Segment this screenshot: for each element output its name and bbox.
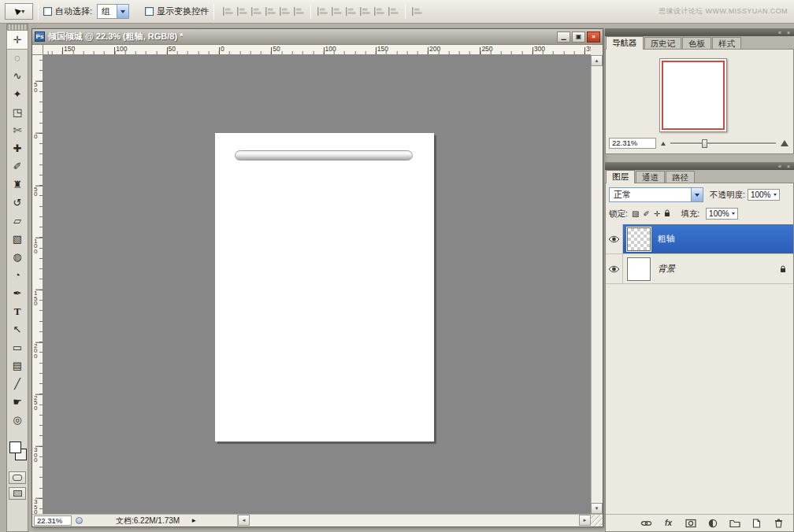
foreground-color-swatch[interactable] xyxy=(9,441,21,453)
layer-thumbnail[interactable] xyxy=(627,257,651,281)
lock-position-icon[interactable]: ✛ xyxy=(654,210,660,218)
distribute-bottom-edges-icon[interactable] xyxy=(345,6,357,17)
status-menu-arrow-icon[interactable]: ► xyxy=(191,517,197,524)
layer-name[interactable]: 粗轴 xyxy=(658,233,675,245)
auto-align-layers-icon[interactable] xyxy=(411,6,423,17)
hand-tool[interactable]: ☛ xyxy=(7,393,28,411)
align-bottom-edges-icon[interactable] xyxy=(250,6,262,17)
eraser-tool[interactable]: ▱ xyxy=(7,212,28,230)
canvas-area[interactable] xyxy=(43,55,591,514)
distribute-right-edges-icon[interactable] xyxy=(388,6,399,17)
scroll-left-button[interactable]: ◄ xyxy=(238,515,250,526)
delete-layer-icon[interactable] xyxy=(773,518,785,529)
zoom-level-field[interactable]: 22.31% xyxy=(34,515,72,526)
layer-thumbnail[interactable] xyxy=(627,227,651,251)
align-vertical-centers-icon[interactable] xyxy=(236,6,248,17)
tab-navigator[interactable]: 导航器 xyxy=(606,36,644,50)
layer-row-cuzhou[interactable]: 粗轴 xyxy=(606,224,793,254)
distribute-left-edges-icon[interactable] xyxy=(359,6,371,17)
chevron-down-icon[interactable] xyxy=(691,188,703,201)
slice-tool[interactable]: ✄ xyxy=(7,121,28,139)
chevron-down-icon[interactable] xyxy=(774,194,777,196)
layer-mask-icon[interactable] xyxy=(685,518,696,529)
tool-preset-picker[interactable]: ▶ ▾ xyxy=(5,3,33,20)
type-tool[interactable]: T xyxy=(7,302,28,320)
align-horizontal-centers-icon[interactable] xyxy=(279,6,291,17)
link-layers-icon[interactable] xyxy=(640,518,652,529)
close-button[interactable]: × xyxy=(587,31,600,42)
scroll-right-button[interactable]: ► xyxy=(579,515,591,526)
quick-mask-button[interactable] xyxy=(9,471,26,484)
layer-group-icon[interactable] xyxy=(729,518,740,529)
tab-swatches[interactable]: 色板 xyxy=(682,37,711,49)
brush-tool[interactable]: ✐ xyxy=(7,157,28,175)
checkbox-box-icon[interactable] xyxy=(43,7,52,16)
fill-value-field[interactable]: 100% xyxy=(706,208,738,220)
visibility-toggle[interactable] xyxy=(606,224,623,253)
document-page[interactable] xyxy=(215,133,434,441)
adjustment-layer-icon[interactable] xyxy=(707,518,718,529)
lasso-tool[interactable]: ∿ xyxy=(7,67,28,85)
tab-channels[interactable]: 通道 xyxy=(636,171,665,183)
show-transform-checkbox[interactable]: 显示变换控件 xyxy=(145,6,209,17)
pen-tool[interactable]: ✒ xyxy=(7,284,28,302)
layer-name[interactable]: 背景 xyxy=(658,263,675,275)
new-layer-icon[interactable] xyxy=(751,518,762,529)
history-brush-tool[interactable]: ↺ xyxy=(7,194,28,212)
opacity-value-field[interactable]: 100% xyxy=(748,189,780,201)
clone-stamp-tool[interactable]: ♜ xyxy=(7,175,28,194)
tab-history[interactable]: 历史记 xyxy=(644,37,682,49)
close-panel-icon[interactable]: × xyxy=(787,29,790,36)
vertical-ruler[interactable]: 5 005 01 0 01 5 02 0 02 5 03 0 03 5 0 xyxy=(32,55,43,514)
notes-tool[interactable]: ▤ xyxy=(7,357,28,375)
status-indicator-icon[interactable] xyxy=(76,517,83,524)
tab-styles[interactable]: 样式 xyxy=(712,37,741,49)
layer-row-background[interactable]: 背景 xyxy=(606,254,793,284)
minimize-button[interactable]: ▁ xyxy=(557,31,570,42)
horizontal-scrollbar[interactable]: ◄ ► xyxy=(237,515,591,526)
zoom-out-icon[interactable] xyxy=(661,142,666,146)
lock-pixels-icon[interactable]: ✐ xyxy=(643,210,649,218)
distribute-top-edges-icon[interactable] xyxy=(317,6,328,17)
auto-select-checkbox[interactable]: 自动选择: xyxy=(43,6,92,17)
slider-thumb[interactable] xyxy=(702,139,707,148)
close-panel-icon[interactable]: × xyxy=(787,163,790,170)
zoom-tool[interactable]: ◎ xyxy=(7,411,28,429)
auto-select-mode-dropdown[interactable]: 组 xyxy=(97,4,129,19)
tab-layers[interactable]: 图层 xyxy=(606,170,635,183)
dodge-tool[interactable]: ◔ xyxy=(7,266,28,284)
blend-mode-dropdown[interactable]: 正常 xyxy=(609,187,703,202)
magic-wand-tool[interactable]: ✦ xyxy=(7,85,28,103)
distribute-horizontal-centers-icon[interactable] xyxy=(373,6,385,17)
checkbox-box-icon[interactable] xyxy=(145,7,154,16)
horizontal-ruler[interactable]: 15010050050100150200250300350 xyxy=(43,45,591,55)
navigator-zoom-field[interactable]: 22.31% xyxy=(609,138,656,149)
move-tool[interactable]: ✛ xyxy=(7,31,28,49)
chevron-down-icon[interactable] xyxy=(732,212,735,215)
collapse-panel-icon[interactable]: « xyxy=(778,29,781,36)
vertical-scrollbar[interactable]: ▲ ▼ xyxy=(591,55,603,514)
healing-brush-tool[interactable]: ✚ xyxy=(7,139,28,157)
path-selection-tool[interactable]: ↖ xyxy=(7,320,28,338)
resize-grip[interactable] xyxy=(591,515,603,526)
blur-tool[interactable]: ◍ xyxy=(7,248,28,266)
navigator-view-box[interactable] xyxy=(662,61,725,130)
lock-all-icon[interactable] xyxy=(664,209,670,219)
layer-row-main[interactable]: 背景 xyxy=(623,254,793,283)
crop-tool[interactable]: ◳ xyxy=(7,103,28,121)
marquee-tool[interactable]: ◌ xyxy=(7,49,28,67)
align-right-edges-icon[interactable] xyxy=(293,6,305,17)
rod-shape-layer[interactable] xyxy=(235,150,413,161)
screen-mode-button[interactable] xyxy=(9,487,26,500)
align-top-edges-icon[interactable] xyxy=(222,6,234,17)
distribute-vertical-centers-icon[interactable] xyxy=(331,6,343,17)
navigator-preview[interactable] xyxy=(659,58,727,132)
layer-row-main[interactable]: 粗轴 xyxy=(623,224,793,253)
scroll-up-button[interactable]: ▲ xyxy=(591,55,603,66)
restore-button[interactable]: ▣ xyxy=(572,31,585,42)
shape-tool[interactable]: ▭ xyxy=(7,338,28,357)
align-left-edges-icon[interactable] xyxy=(265,6,276,17)
navigator-zoom-slider[interactable] xyxy=(670,142,776,145)
scroll-down-button[interactable]: ▼ xyxy=(591,503,603,514)
document-titlebar[interactable]: Ps 倾国倾城 @ 22.3% (粗轴, RGB/8) * ▁ ▣ × xyxy=(32,29,603,45)
